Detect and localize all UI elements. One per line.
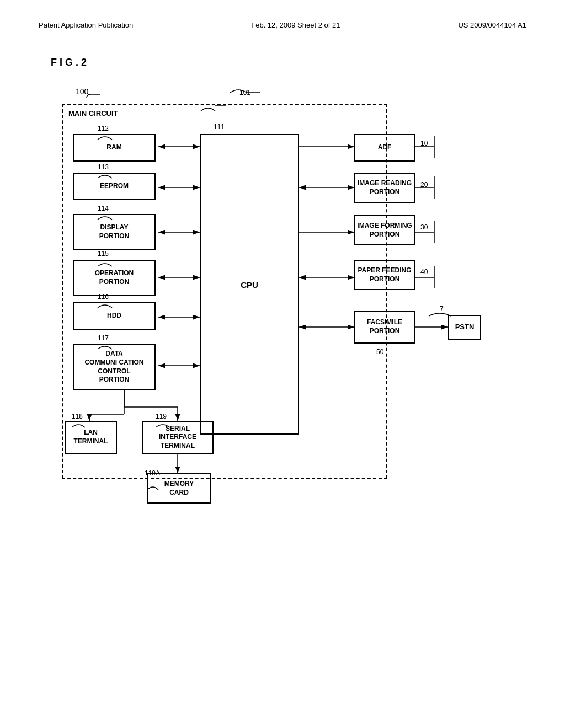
- facsimile-label: FACSIMILEPORTION: [367, 318, 402, 335]
- display-portion-box: DISPLAYPORTION: [73, 214, 156, 250]
- ref-119A-label: 119A: [145, 469, 160, 477]
- operation-portion-box: OPERATIONPORTION: [73, 260, 156, 296]
- adf-box: ADF: [354, 134, 415, 162]
- image-reading-box: IMAGE READINGPORTION: [354, 173, 415, 203]
- header-date-sheet: Feb. 12, 2009 Sheet 2 of 21: [251, 21, 340, 29]
- ref-117-label: 117: [98, 334, 109, 342]
- ref-112-label: 112: [98, 125, 109, 132]
- ref-116-label: 116: [98, 293, 109, 301]
- header-patent-number: US 2009/0044104 A1: [458, 21, 526, 29]
- pstn-label: PSTN: [455, 323, 475, 332]
- eeprom-label: EEPROM: [100, 182, 129, 191]
- ref-111-label: 111: [214, 123, 225, 131]
- display-portion-label: DISPLAYPORTION: [99, 223, 130, 240]
- main-circuit-label: MAIN CIRCUIT: [68, 109, 118, 117]
- adf-label: ADF: [378, 143, 392, 152]
- memory-card-label: MEMORYCARD: [164, 480, 194, 497]
- image-reading-label: IMAGE READINGPORTION: [358, 179, 412, 196]
- ref-30-label: 30: [420, 223, 428, 231]
- memory-card-box: MEMORYCARD: [147, 473, 211, 504]
- lan-terminal-label: LANTERMINAL: [74, 429, 108, 446]
- ref-20-label: 20: [420, 181, 428, 189]
- ram-box: RAM: [73, 134, 156, 162]
- data-comm-label: DATACOMMUNI CATIONCONTROLPORTION: [84, 350, 143, 384]
- ref-101-label: 101: [239, 89, 250, 97]
- image-forming-box: IMAGE FORMINGPORTION: [354, 215, 415, 245]
- serial-interface-box: SERIALINTERFACETERMINAL: [142, 421, 214, 454]
- ref-7-label: 7: [440, 305, 444, 313]
- eeprom-box: EEPROM: [73, 173, 156, 200]
- serial-interface-label: SERIALINTERFACETERMINAL: [159, 425, 196, 451]
- ref-113-label: 113: [98, 163, 109, 171]
- hdd-box: HDD: [73, 302, 156, 330]
- facsimile-box: FACSIMILEPORTION: [354, 311, 415, 344]
- pstn-box: PSTN: [448, 315, 481, 340]
- ref-115-label: 115: [98, 250, 109, 258]
- ref-40-label: 40: [420, 268, 428, 276]
- ref-100-label: 100: [76, 87, 88, 96]
- figure-label: F I G . 2: [51, 57, 87, 68]
- cpu-label: CPU: [241, 280, 258, 289]
- operation-portion-label: OPERATIONPORTION: [95, 269, 134, 286]
- lan-terminal-box: LANTERMINAL: [65, 421, 117, 454]
- header-publication-label: Patent Application Publication: [39, 21, 133, 29]
- paper-feeding-label: PAPER FEEDINGPORTION: [358, 266, 411, 283]
- ref-119-label: 119: [156, 413, 167, 420]
- page: Patent Application Publication Feb. 12, …: [0, 0, 565, 728]
- paper-feeding-box: PAPER FEEDINGPORTION: [354, 260, 415, 290]
- page-header: Patent Application Publication Feb. 12, …: [22, 11, 543, 35]
- ref-50-label: 50: [376, 348, 383, 356]
- image-forming-label: IMAGE FORMINGPORTION: [357, 222, 412, 239]
- data-comm-box: DATACOMMUNI CATIONCONTROLPORTION: [73, 344, 156, 390]
- hdd-label: HDD: [107, 312, 121, 320]
- ref-118-label: 118: [72, 413, 83, 420]
- cpu-box: CPU: [200, 134, 299, 435]
- ref-114-label: 114: [98, 205, 109, 212]
- ref-10-label: 10: [420, 140, 428, 147]
- figure-area: F I G . 2 100: [45, 57, 520, 636]
- ram-label: RAM: [106, 143, 121, 152]
